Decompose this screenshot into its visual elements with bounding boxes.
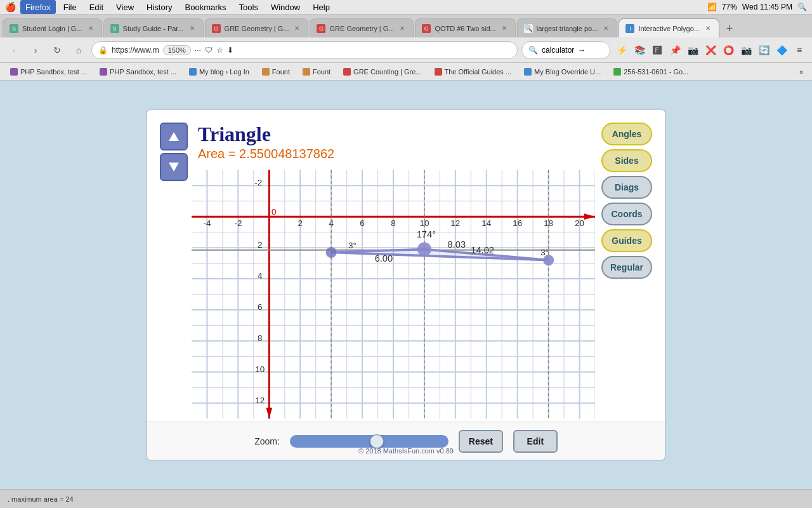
sides-button[interactable]: Sides [601,149,652,172]
home-button[interactable]: ⌂ [70,41,88,59]
back-button[interactable]: ‹ [5,41,23,59]
bookmark-blog-login[interactable]: My blog › Log In [184,67,254,77]
menu-firefox[interactable]: Firefox [20,0,56,14]
sync-icon[interactable]: 🔷 [774,43,789,58]
extension-icon-1[interactable]: ⚡ [614,43,629,58]
download-icon[interactable]: ⬇ [227,46,233,55]
menubar: 🍎 Firefox File Edit View History Bookmar… [0,0,812,15]
new-tab-button[interactable]: + [721,20,738,37]
extension-icon-8[interactable]: 📷 [738,43,754,58]
bookmark-icon-1 [10,68,18,76]
tab-label-3: GRE Geometry | G... [225,25,289,32]
svg-text:2: 2 [258,240,262,250]
search-arrow[interactable]: → [578,46,586,55]
status-text: . maximum area = 24 [8,495,74,503]
tab-label-1: Student Login | G... [22,25,82,32]
reload-button[interactable]: ↻ [48,41,66,59]
shape-down-button[interactable] [160,153,188,181]
menu-edit[interactable]: Edit [84,0,108,14]
shield-icon: 🛡 [205,46,213,55]
tab-icon-6: 🔍 [524,24,533,33]
tab-close-4[interactable]: ✕ [398,24,407,33]
content-area: Triangle Area = 2.550048137862 Angles Si… [0,81,812,489]
menu-window[interactable]: Window [266,0,305,14]
nav-icons: ⚡ 📚 🅵 📌 📷 ❌ ⭕ 📷 🔄 🔷 ≡ [614,43,807,58]
bookmark-icon-2 [100,68,107,76]
svg-text:8: 8 [391,218,395,228]
tab-close-2[interactable]: ✕ [188,24,197,33]
shape-up-button[interactable] [160,123,188,150]
menu-file[interactable]: File [58,0,82,14]
svg-text:12: 12 [450,218,460,228]
edit-button[interactable]: Edit [513,430,558,453]
tab-icon-5: G [422,24,431,33]
tab-label-6: largest triangle po... [537,25,598,32]
bookmark-fount-1[interactable]: Fount [257,67,295,77]
bookmark-phone[interactable]: 256-531-0601 - Go... [608,67,693,77]
extension-icon-7[interactable]: ⭕ [721,43,736,58]
url-text: https://www.m [112,46,159,55]
tab-close-7[interactable]: ✕ [704,24,712,33]
forward-button[interactable]: › [27,41,44,59]
shape-nav [160,123,188,181]
extension-icon-3[interactable]: 🅵 [650,43,665,58]
angles-button[interactable]: Angles [601,123,652,145]
zoom-slider[interactable] [290,435,449,448]
navbar: ‹ › ↻ ⌂ 🔒 https://www.m 150% ··· 🛡 ☆ ⬇ 🔍… [0,37,812,63]
tab-icon-3: G [212,24,221,33]
tab-close-6[interactable]: ✕ [601,24,610,33]
bookmark-fount-2[interactable]: Fount [298,67,336,77]
menu-history[interactable]: History [141,0,177,14]
bookmark-php-2[interactable]: PHP Sandbox, test ... [95,67,181,77]
url-bar[interactable]: 🔒 https://www.m 150% ··· 🛡 ☆ ⬇ [91,41,518,59]
tab-study-guide[interactable]: S Study Guide - Par... ✕ [103,18,204,37]
svg-text:4: 4 [258,271,263,281]
menu-help[interactable]: Help [308,0,335,14]
zoom-thumb[interactable] [370,434,384,448]
tab-close-1[interactable]: ✕ [86,24,95,33]
menu-bookmarks[interactable]: Bookmarks [180,0,232,14]
bookmark-label-7: The Official Guides ... [445,68,512,76]
search-text: calculator [542,46,574,55]
tab-gre-geo-2[interactable]: G GRE Geometry | G... ✕ [310,18,414,37]
menu-icon[interactable]: ≡ [792,43,807,58]
tab-qotd[interactable]: G QOTD #6 Two sid... ✕ [415,18,515,37]
extension-icon-6[interactable]: ❌ [703,43,718,58]
zoom-badge: 150% [163,45,191,55]
tab-close-5[interactable]: ✕ [500,24,509,33]
svg-text:174°: 174° [417,229,436,239]
extension-icon-4[interactable]: 📌 [667,43,683,58]
tab-close-3[interactable]: ✕ [292,24,301,33]
ellipsis-icon[interactable]: ··· [195,46,201,55]
zoom-label: Zoom: [254,436,280,446]
menu-tools[interactable]: Tools [234,0,263,14]
tab-interactive-polygon[interactable]: I Interactive Polygo... ✕ [619,18,719,37]
bookmarks-overflow[interactable]: » [796,67,807,77]
search-bar[interactable]: 🔍 calculator → [521,41,610,59]
search-icon-nav: 🔍 [528,46,538,55]
bookmark-label-8: My Blog Override U... [534,68,601,76]
star-icon[interactable]: ☆ [216,46,223,55]
search-icon[interactable]: 🔍 [797,3,807,11]
tab-icon-7: I [625,24,634,33]
menu-view[interactable]: View [111,0,139,14]
coords-button[interactable]: Coords [601,203,652,225]
reset-button[interactable]: Reset [459,430,503,453]
guides-button[interactable]: Guides [601,229,652,252]
tab-student-login[interactable]: S Student Login | G... ✕ [3,18,102,37]
tab-gre-geo-1[interactable]: G GRE Geometry | G... ✕ [205,18,309,37]
diags-button[interactable]: Diags [601,176,652,199]
bookmark-gre-counting[interactable]: GRE Counting | Gre... [338,67,426,77]
bookmark-official-guides[interactable]: The Official Guides ... [429,67,517,77]
bookmark-php-1[interactable]: PHP Sandbox, test ... [5,67,92,77]
extension-icon-2[interactable]: 📚 [632,43,647,58]
apple-icon[interactable]: 🍎 [5,2,15,12]
extension-icon-5[interactable]: 📷 [685,43,700,58]
shape-area: Area = 2.550048137862 [198,147,334,161]
extension-icon-9[interactable]: 🔄 [756,43,771,58]
bookmark-icon-9 [613,68,621,76]
bookmark-blog-override[interactable]: My Blog Override U... [519,67,606,77]
regular-button[interactable]: Regular [601,256,652,279]
coordinate-canvas[interactable]: -4 -2 0 2 4 6 8 10 12 14 16 18 20 2 4 6 … [192,167,595,422]
tab-largest-triangle[interactable]: 🔍 largest triangle po... ✕ [517,18,618,37]
